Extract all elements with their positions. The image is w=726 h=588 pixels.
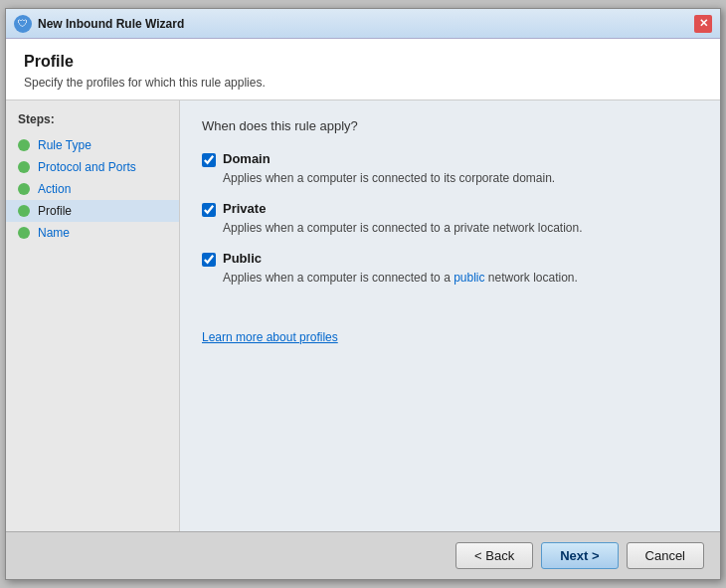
back-button[interactable]: < Back [455, 542, 533, 569]
right-panel: When does this rule apply? Domain Applie… [180, 100, 720, 531]
option-block-domain: Domain Applies when a computer is connec… [202, 151, 698, 185]
cancel-button[interactable]: Cancel [627, 542, 704, 569]
close-button[interactable]: ✕ [694, 15, 712, 33]
window-title: New Inbound Rule Wizard [38, 17, 694, 31]
checkbox-domain[interactable] [202, 153, 216, 167]
learn-more-link[interactable]: Learn more about profiles [202, 330, 338, 344]
window-icon: 🛡 [14, 15, 32, 33]
sidebar-item-label-action: Action [38, 182, 71, 196]
sidebar-item-label-rule-type: Rule Type [38, 138, 91, 152]
sidebar-item-label-protocol-and-ports: Protocol and Ports [38, 160, 136, 174]
checkbox-private[interactable] [202, 203, 216, 217]
option-title-private: Private [223, 201, 266, 216]
sidebar-item-label-profile: Profile [38, 204, 72, 218]
option-row-private: Private [202, 201, 698, 217]
content-area: Steps: Rule Type Protocol and Ports Acti… [6, 100, 720, 531]
title-bar: 🛡 New Inbound Rule Wizard ✕ [6, 9, 720, 39]
option-row-public: Public [202, 251, 698, 267]
public-link[interactable]: public [454, 271, 484, 285]
next-button[interactable]: Next > [541, 542, 618, 569]
sidebar-item-protocol-and-ports[interactable]: Protocol and Ports [6, 156, 179, 178]
right-inner: When does this rule apply? Domain Applie… [180, 100, 720, 531]
page-header: Profile Specify the profiles for which t… [6, 39, 720, 100]
option-block-public: Public Applies when a computer is connec… [202, 251, 698, 285]
option-desc-domain: Applies when a computer is connected to … [223, 171, 698, 185]
option-title-public: Public [223, 251, 262, 266]
sidebar-item-rule-type[interactable]: Rule Type [6, 134, 179, 156]
sidebar-item-label-name: Name [38, 226, 70, 240]
option-desc-private: Applies when a computer is connected to … [223, 221, 698, 235]
sidebar-item-action[interactable]: Action [6, 178, 179, 200]
page-subtitle: Specify the profiles for which this rule… [24, 76, 702, 90]
steps-label: Steps: [6, 112, 179, 134]
sidebar-item-profile[interactable]: Profile [6, 200, 179, 222]
step-dot-name [18, 227, 30, 239]
wizard-window: 🛡 New Inbound Rule Wizard ✕ Profile Spec… [5, 8, 721, 580]
when-label: When does this rule apply? [202, 118, 698, 133]
page-title: Profile [24, 53, 702, 71]
footer: < Back Next > Cancel [6, 531, 720, 579]
step-dot-rule-type [18, 139, 30, 151]
step-dot-profile [18, 205, 30, 217]
sidebar: Steps: Rule Type Protocol and Ports Acti… [6, 100, 180, 531]
sidebar-item-name[interactable]: Name [6, 222, 179, 244]
step-dot-action [18, 183, 30, 195]
step-dot-protocol-and-ports [18, 161, 30, 173]
checkbox-public[interactable] [202, 253, 216, 267]
option-desc-public: Applies when a computer is connected to … [223, 271, 698, 285]
option-block-private: Private Applies when a computer is conne… [202, 201, 698, 235]
option-title-domain: Domain [223, 151, 271, 166]
option-row-domain: Domain [202, 151, 698, 167]
